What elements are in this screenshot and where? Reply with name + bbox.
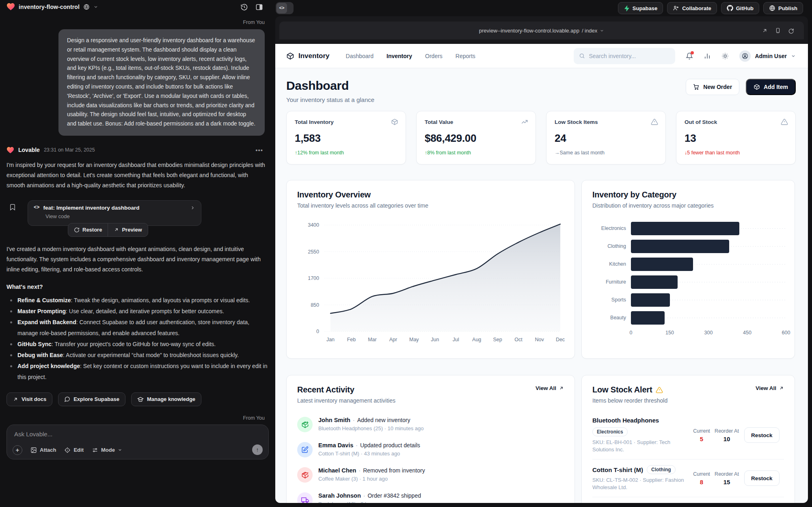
bar-row-electronics: Electronics xyxy=(592,219,784,237)
chart-subtitle: Distribution of inventory across major c… xyxy=(592,202,784,209)
bar-row-clothing: Clothing xyxy=(592,237,784,255)
chevron-down-icon[interactable] xyxy=(600,28,604,33)
quick-action-explore-supabase[interactable]: Explore Supabase xyxy=(58,392,125,406)
nav-link-reports[interactable]: Reports xyxy=(456,53,475,59)
kpi-card-low-stock-items: Low Stock Items24→Same as last month xyxy=(546,111,666,165)
external-icon xyxy=(13,396,18,402)
chat-composer[interactable]: + Attach Edit Mode xyxy=(6,425,269,459)
activity-row: Emma Davis·Updated product detailsCotton… xyxy=(297,438,564,463)
whats-next-item: Refine & Customize: Tweak the design, an… xyxy=(6,295,269,306)
user-menu[interactable]: Admin User xyxy=(739,50,796,62)
current-label: Current xyxy=(689,471,714,477)
from-you-label: From You xyxy=(6,20,269,25)
bar-x-tick: 600 xyxy=(782,330,790,336)
svg-text:Mar: Mar xyxy=(368,337,377,342)
bookmark-icon[interactable] xyxy=(9,204,16,211)
activity-line: Michael Chen·Removed from inventory xyxy=(318,467,425,474)
activity-row: John Smith·Added new inventoryBluetooth … xyxy=(297,413,564,438)
browser-chrome: preview--inventory-flow-control.lovable.… xyxy=(275,16,808,44)
project-name: inventory-flow-control xyxy=(19,4,80,10)
restock-button[interactable]: Restock xyxy=(744,470,780,486)
project-menu[interactable]: inventory-flow-control xyxy=(6,3,98,11)
view-code-link[interactable]: View code xyxy=(45,213,195,219)
svg-text:850: 850 xyxy=(311,302,319,308)
restock-button[interactable]: Restock xyxy=(744,427,780,443)
bar-furniture xyxy=(631,275,678,289)
mobile-view-icon[interactable] xyxy=(775,27,781,34)
restore-icon xyxy=(74,227,80,233)
search-box[interactable] xyxy=(574,48,675,64)
refresh-icon[interactable] xyxy=(788,28,794,34)
bar-electronics xyxy=(631,222,739,235)
current-value: 5 xyxy=(689,436,714,442)
publish-button[interactable]: Publish xyxy=(763,2,803,14)
view-all-activity-link[interactable]: View All xyxy=(536,385,564,391)
nav-links: DashboardInventoryOrdersReports xyxy=(346,53,475,59)
analytics-icon[interactable] xyxy=(704,52,711,60)
assistant-summary: I've created a modern inventory dashboar… xyxy=(6,244,269,275)
category-badge: Clothing xyxy=(647,465,676,474)
github-button[interactable]: GitHub xyxy=(721,2,759,14)
view-all-low-stock-link[interactable]: View All xyxy=(756,385,784,391)
bar-category-label: Clothing xyxy=(592,243,631,249)
preview-arrow-icon xyxy=(114,227,119,232)
reorder-value: 10 xyxy=(714,436,739,442)
theme-toggle-sun-icon[interactable] xyxy=(721,52,729,60)
whats-next-item: Expand with Backend: Connect Supabase to… xyxy=(6,317,269,339)
activity-list: John Smith·Added new inventoryBluetooth … xyxy=(297,413,564,503)
mode-selector[interactable]: Mode xyxy=(92,447,122,453)
nav-link-orders[interactable]: Orders xyxy=(425,53,443,59)
send-button[interactable]: ↑ xyxy=(252,444,263,455)
commit-card[interactable]: <> feat: Implement inventory dashboard V… xyxy=(28,200,201,226)
bar-category-label: Sports xyxy=(592,297,631,303)
edit-button[interactable]: Edit xyxy=(64,447,84,453)
from-you-label: From You xyxy=(6,415,269,421)
low-stock-card: Low Stock Alert Items below reorder thre… xyxy=(581,375,795,503)
collaborate-icon xyxy=(673,5,679,11)
add-attachment-button[interactable]: + xyxy=(13,445,22,455)
chat-input[interactable] xyxy=(14,431,236,438)
kpi-label: Low Stock Items xyxy=(555,119,657,125)
supabase-button[interactable]: Supabase xyxy=(618,2,663,14)
attach-button[interactable]: Attach xyxy=(30,447,56,453)
notifications-bell-icon[interactable] xyxy=(686,52,693,60)
chevron-down-icon xyxy=(118,448,122,452)
collaborate-button[interactable]: Collaborate xyxy=(667,2,717,14)
kpi-card-total-value: Total Value$86,429.00↑8% from last month xyxy=(416,111,536,165)
url-bar[interactable]: preview--inventory-flow-control.lovable.… xyxy=(279,22,804,39)
bar-beauty xyxy=(631,311,665,325)
kpi-delta: ↓5 fewer than last month xyxy=(685,150,787,156)
supabase-icon xyxy=(624,5,630,11)
cart-icon xyxy=(693,84,700,90)
assistant-timestamp: 23:31 on Mar 25, 2025 xyxy=(44,147,95,153)
history-icon[interactable] xyxy=(240,3,248,11)
code-preview-toggle[interactable]: <> xyxy=(276,2,294,14)
svg-text:Oct: Oct xyxy=(514,337,523,342)
preview-button[interactable]: Preview xyxy=(108,223,147,236)
bar-category-label: Furniture xyxy=(592,279,631,285)
activity-detail: Bluetooth Headphones (25) · 10 minutes a… xyxy=(318,425,423,431)
quick-action-manage-knowledge[interactable]: Manage knowledge xyxy=(131,392,201,406)
nav-link-dashboard[interactable]: Dashboard xyxy=(346,53,374,59)
open-external-icon[interactable] xyxy=(762,28,768,34)
brand[interactable]: Inventory xyxy=(286,52,330,60)
chevron-down-icon[interactable] xyxy=(93,4,98,9)
package-minus-icon xyxy=(297,467,313,483)
search-input[interactable] xyxy=(589,53,666,59)
quick-action-visit-docs[interactable]: Visit docs xyxy=(6,392,52,406)
bar-category-label: Kitchen xyxy=(592,261,631,267)
message-more-menu[interactable]: ••• xyxy=(255,147,263,154)
nav-link-inventory[interactable]: Inventory xyxy=(387,53,412,59)
sidebar-panel-icon[interactable] xyxy=(255,3,263,11)
avatar xyxy=(739,50,751,62)
category-bar-chart: ElectronicsClothingKitchenFurnitureSport… xyxy=(592,219,784,337)
target-icon xyxy=(64,447,71,453)
bar-sports xyxy=(631,293,670,307)
new-order-button[interactable]: New Order xyxy=(686,79,739,95)
recent-activity-title: Recent Activity xyxy=(297,385,395,394)
add-item-button[interactable]: Add Item xyxy=(746,79,796,95)
chevron-down-icon xyxy=(791,54,796,58)
restore-button[interactable]: Restore xyxy=(68,223,108,236)
bar-x-tick: 0 xyxy=(630,330,633,336)
kpi-label: Total Inventory xyxy=(295,119,397,125)
